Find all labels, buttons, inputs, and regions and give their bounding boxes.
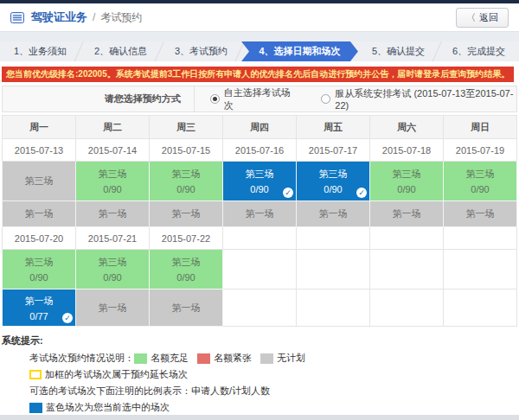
legend-red-swatch [197,353,210,364]
empty-cell [223,250,297,290]
session-cell-selected[interactable]: 第三场 0/90 ✓ [297,162,370,201]
weekday-header: 周四 [223,116,297,139]
legend-green-swatch [134,353,147,364]
week1-session1-row: 第一场 第一场 第一场 第一场 第一场 第一场 第一场 [3,201,517,227]
footer-strip [0,415,519,420]
week2-date-row: 2015-07-20 2015-07-21 2015-07-22 [3,227,517,250]
session-name: 第三场 [76,168,149,181]
session-name: 第三场 [3,175,75,188]
weekday-header: 周一 [3,116,76,139]
weekday-header: 周日 [444,116,517,139]
booking-mode-label: 请您选择预约方式 [3,86,195,111]
session-cell-selected[interactable]: 第一场 0/77 ✓ [3,290,76,327]
step-1-business-notice: 1、业务须知 [0,41,80,61]
session-cell-no-plan: 第一场 [444,201,517,227]
date-cell: 2015-07-22 [150,227,223,250]
session-name: 第一场 [3,207,75,220]
breadcrumb-service[interactable]: 驾驶证业务 [31,10,87,25]
date-cell-empty [297,227,370,250]
session-cell-no-plan: 第一场 [370,201,444,227]
session-cell-available[interactable]: 第三场 0/90 [370,162,444,201]
legend-line-status: 考试场次预约情况说明： 名额充足 名额紧张 无计划 [29,352,517,365]
option-self-select-session[interactable]: 自主选择考试场次 [210,86,296,112]
legend-blue-swatch [29,403,42,413]
session-name: 第三场 [223,168,296,181]
week1-date-row: 2015-07-13 2015-07-14 2015-07-15 2015-07… [3,139,517,162]
priority-rank-notice: 您当前优先级排名:202005。系统考试提前3工作日按所有申请人的优先排名先后自… [2,67,514,82]
booking-mode-options: 自主选择考试场次 服从系统安排考试 (2015-07-13至2015-07-22… [195,86,516,111]
session-name: 第三场 [76,256,149,269]
check-icon: ✓ [283,188,293,198]
breadcrumb-separator: / [93,11,95,23]
back-button-label: 返回 [479,11,498,24]
legend-line-extended: 加框的考试场次属于预约延长场次 [29,368,517,381]
session-cell-available[interactable]: 第三场 0/90 [3,250,76,290]
breadcrumb: 驾驶证业务 / 考试预约 [10,10,142,25]
booking-mode-row: 请您选择预约方式 自主选择考试场次 服从系统安排考试 (2015-07-13至2… [2,86,517,112]
session-ratio: 0/90 [150,272,222,283]
weekday-header: 周六 [370,116,444,139]
check-icon: ✓ [62,313,73,323]
session-cell-no-plan: 第一场 [76,201,150,227]
session-name: 第一场 [297,207,369,220]
empty-cell [444,250,517,290]
date-cell: 2015-07-13 [3,139,76,162]
legend-red-label: 名额紧张 [214,352,252,365]
weekday-header-row: 周一 周二 周三 周四 周五 周六 周日 [3,116,517,139]
session-cell-available[interactable]: 第三场 0/90 [150,250,223,290]
session-cell-available[interactable]: 第三场 0/90 [150,162,223,201]
legend-gray-label: 无计划 [277,352,305,365]
weekday-header: 周五 [297,116,370,139]
list-icon [10,12,24,23]
option-self-select-label: 自主选择考试场次 [224,86,296,112]
session-cell-no-plan: 第一场 [150,201,223,227]
session-name: 第一场 [76,302,149,315]
step-2-confirm-info: 2、确认信息 [80,41,161,61]
date-cell: 2015-07-16 [223,139,297,162]
date-cell-empty [370,227,444,250]
session-name: 第一场 [444,207,516,220]
date-cell: 2015-07-15 [150,139,223,162]
date-cell: 2015-07-20 [3,227,76,250]
session-cell-available[interactable]: 第三场 0/90 [444,162,517,201]
date-cell: 2015-07-19 [444,139,517,162]
page-header: 驾驶证业务 / 考试预约 〈 返回 [0,3,519,32]
legend-selected-label: 蓝色场次为您当前选中的场次 [46,401,170,414]
session-cell-no-plan: 第一场 [3,201,76,227]
session-cell-selected[interactable]: 第三场 0/90 ✓ [223,162,297,201]
step-4-choose-date-session: 4、选择日期和场次 [241,41,358,61]
date-cell-empty [444,227,517,250]
date-cell: 2015-07-18 [370,139,444,162]
date-cell: 2015-07-14 [76,139,150,162]
option-system-arranged[interactable]: 服从系统安排考试 (2015-07-13至2015-07-22) [321,87,516,111]
radio-unselected-icon[interactable] [321,94,330,104]
breadcrumb-current: 考试预约 [100,10,142,25]
session-name: 第一场 [3,295,75,308]
chevron-left-icon: 〈 [466,11,476,24]
session-name: 第三场 [444,168,516,181]
legend-line-selected: 蓝色场次为您当前选中的场次 [29,401,517,414]
session-name: 第三场 [297,168,369,181]
date-cell: 2015-07-21 [76,227,150,250]
legend-gray-swatch [260,353,273,364]
session-name: 第三场 [370,168,443,181]
step-5-confirm-submit: 5、确认提交 [358,41,439,61]
session-ratio: 0/90 [3,272,75,283]
header-gap [0,32,519,41]
weekday-header: 周二 [76,116,150,139]
week2-session1-row: 第一场 0/77 ✓ 第一场 第一场 [3,290,517,327]
session-cell-no-plan: 第一场 [297,201,370,227]
radio-selected-icon[interactable] [210,94,220,104]
session-cell-available[interactable]: 第三场 0/90 [76,250,150,290]
notice-row: 您当前优先级排名:202005。系统考试提前3工作日按所有申请人的优先排名先后自… [0,61,519,86]
legend-prefix: 考试场次预约情况说明： [29,352,134,365]
empty-cell [297,290,370,327]
session-ratio: 0/90 [76,184,149,194]
session-name: 第三场 [150,256,222,269]
session-name: 第一场 [150,302,222,315]
step-3-exam-booking: 3、考试预约 [161,41,241,61]
back-button[interactable]: 〈 返回 [456,8,509,28]
session-ratio: 0/90 [150,184,222,194]
session-cell-available[interactable]: 第三场 0/90 [76,162,150,201]
wizard-steps: 1、业务须知 2、确认信息 3、考试预约 4、选择日期和场次 5、确认提交 6、… [0,41,519,61]
